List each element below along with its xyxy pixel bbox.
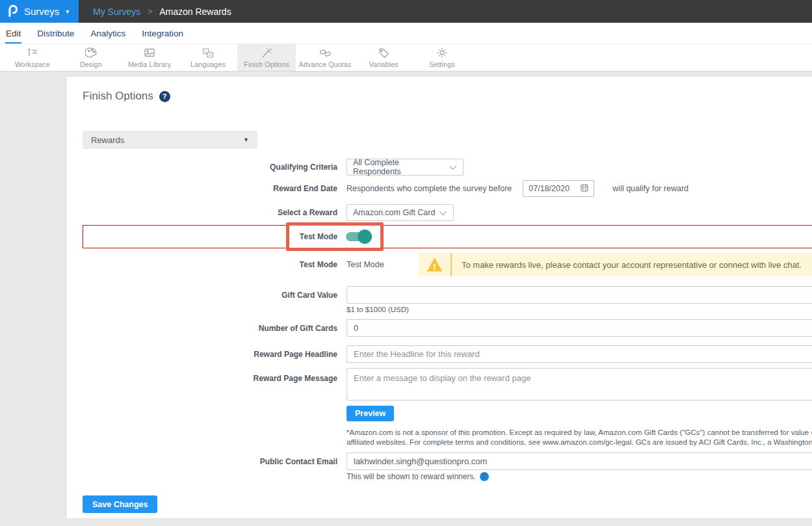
toggle-knob bbox=[358, 230, 372, 244]
tab-analytics[interactable]: Analytics bbox=[90, 25, 126, 44]
number-of-gift-cards-label: Number of Gift Cards bbox=[83, 324, 337, 333]
public-contact-email-input[interactable] bbox=[347, 453, 812, 470]
qualifying-criteria-value: All Complete Respondents bbox=[353, 158, 449, 176]
tab-distribute[interactable]: Distribute bbox=[36, 25, 75, 44]
toolbar-item-media-library[interactable]: Media Library bbox=[120, 44, 179, 71]
select-reward-row: Select a Reward Amazon.com Gift Card bbox=[83, 204, 812, 221]
svg-text:x: x bbox=[205, 49, 207, 53]
number-of-gift-cards-row: Number of Gift Cards bbox=[83, 319, 812, 337]
warning-triangle-icon: ! bbox=[419, 257, 451, 272]
toolbar-item-languages[interactable]: xA Languages bbox=[179, 44, 237, 71]
chevron-down-icon: ▾ bbox=[66, 8, 69, 15]
qualifying-criteria-row: Qualifying Criteria All Complete Respond… bbox=[83, 159, 812, 176]
toolbar-item-settings[interactable]: Settings bbox=[413, 44, 471, 71]
toolbar-item-finish-options[interactable]: Finish Options bbox=[237, 44, 296, 71]
advance-quotas-icon bbox=[319, 47, 332, 59]
reward-page-message-textarea[interactable] bbox=[347, 368, 812, 401]
gift-card-value-label: Gift Card Value bbox=[83, 291, 337, 300]
warning-text: To make rewards live, please contact you… bbox=[462, 260, 802, 270]
svg-text:!: ! bbox=[433, 262, 436, 272]
breadcrumb-my-surveys[interactable]: My Surveys bbox=[93, 7, 140, 17]
variables-icon bbox=[378, 47, 390, 59]
breadcrumb: My Surveys > Amazon Rewards bbox=[93, 0, 231, 23]
finish-options-panel: Finish Options ? Rewards ▼ Qualifying Cr… bbox=[67, 77, 812, 518]
page-title: Finish Options ? bbox=[83, 90, 170, 103]
reward-page-headline-row: Reward Page Headline bbox=[83, 345, 812, 363]
workspace-icon bbox=[26, 47, 39, 59]
reward-page-message-label: Reward Page Message bbox=[83, 368, 337, 383]
amazon-disclaimer: *Amazon.com is not a sponsor of this pro… bbox=[347, 428, 812, 447]
annotation-red-band bbox=[83, 225, 812, 248]
settings-icon bbox=[436, 47, 448, 59]
disclaimer-line-1: *Amazon.com is not a sponsor of this pro… bbox=[347, 428, 812, 438]
toolbar-item-label: Finish Options bbox=[244, 60, 289, 68]
preview-button[interactable]: Preview bbox=[347, 406, 394, 421]
test-mode-status-row: Test Mode Test Mode ! To make rewards li… bbox=[83, 253, 812, 276]
top-header: Surveys ▾ My Surveys > Amazon Rewards bbox=[0, 0, 812, 23]
tab-integration[interactable]: Integration bbox=[141, 25, 184, 44]
gift-card-value-input[interactable] bbox=[347, 286, 812, 304]
warning-divider bbox=[451, 253, 452, 276]
toolbar-item-label: Variables bbox=[369, 60, 399, 68]
number-of-gift-cards-input[interactable] bbox=[347, 319, 812, 337]
email-helper-text: This will be shown to reward winners. bbox=[347, 472, 476, 481]
test-mode-status-label: Test Mode bbox=[83, 260, 337, 269]
caret-down-icon: ▼ bbox=[243, 137, 249, 143]
qualifying-criteria-select[interactable]: All Complete Respondents bbox=[347, 159, 464, 176]
media-library-icon bbox=[143, 47, 156, 59]
chevron-down-icon bbox=[439, 207, 447, 218]
reward-end-date-row: Reward End Date Respondents who complete… bbox=[83, 180, 812, 197]
languages-icon: xA bbox=[202, 47, 215, 59]
breadcrumb-current-survey: Amazon Rewards bbox=[159, 7, 231, 17]
public-contact-email-helper: This will be shown to reward winners. ? bbox=[347, 472, 489, 481]
app-window: Surveys ▾ My Surveys > Amazon Rewards Ed… bbox=[0, 0, 812, 526]
gift-card-value-row: Gift Card Value bbox=[83, 286, 812, 304]
select-reward-value: Amazon.com Gift Card bbox=[353, 208, 435, 217]
public-contact-email-row: Public Contact Email bbox=[83, 453, 812, 470]
chevron-down-icon bbox=[449, 161, 457, 173]
reward-page-headline-input[interactable] bbox=[347, 345, 812, 363]
gift-card-value-helper: $1 to $1000 (USD) bbox=[347, 306, 409, 313]
toolbar-item-label: Settings bbox=[429, 60, 455, 68]
reward-end-date-suffix: will qualify for reward bbox=[612, 184, 688, 193]
rewards-dropdown[interactable]: Rewards ▼ bbox=[83, 131, 257, 149]
edit-toolbar: Workspace Design Media Library xA Langua… bbox=[0, 44, 812, 72]
save-changes-button[interactable]: Save Changes bbox=[83, 495, 157, 513]
public-contact-email-label: Public Contact Email bbox=[83, 457, 337, 466]
page-title-text: Finish Options bbox=[83, 90, 153, 103]
questionpro-logo-icon bbox=[7, 3, 19, 20]
select-reward-label: Select a Reward bbox=[83, 208, 337, 217]
finish-options-icon bbox=[260, 47, 273, 59]
annotation-red-box: Test Mode bbox=[286, 222, 384, 251]
app-menu-label: Surveys bbox=[24, 6, 59, 17]
svg-text:A: A bbox=[209, 53, 211, 57]
qualifying-criteria-label: Qualifying Criteria bbox=[83, 163, 337, 172]
main-tabbar: Edit Distribute Analytics Integration bbox=[0, 23, 812, 44]
help-icon[interactable]: ? bbox=[159, 91, 170, 102]
reward-page-message-row: Reward Page Message bbox=[83, 368, 812, 401]
disclaimer-line-2: affiliated websites. For complete terms … bbox=[347, 438, 812, 447]
test-mode-toggle[interactable] bbox=[346, 232, 370, 241]
select-reward-select[interactable]: Amazon.com Gift Card bbox=[347, 204, 454, 221]
test-mode-warning-banner: ! To make rewards live, please contact y… bbox=[419, 253, 812, 276]
toolbar-item-label: Advance Quotas bbox=[299, 60, 351, 68]
toolbar-item-design[interactable]: Design bbox=[62, 44, 120, 71]
reward-page-headline-label: Reward Page Headline bbox=[83, 350, 337, 359]
toolbar-item-advance-quotas[interactable]: Advance Quotas bbox=[296, 44, 354, 71]
breadcrumb-separator: > bbox=[148, 7, 152, 16]
calendar-icon bbox=[581, 183, 588, 194]
toolbar-item-variables[interactable]: Variables bbox=[354, 44, 413, 71]
test-mode-toggle-label: Test Mode bbox=[300, 232, 337, 241]
tab-edit[interactable]: Edit bbox=[5, 25, 21, 44]
toolbar-item-label: Workspace bbox=[15, 60, 50, 68]
toolbar-item-label: Languages bbox=[190, 60, 226, 68]
surveys-app-menu[interactable]: Surveys ▾ bbox=[0, 0, 79, 23]
rewards-dropdown-value: Rewards bbox=[91, 135, 124, 145]
reward-end-date-label: Reward End Date bbox=[83, 184, 337, 193]
toolbar-item-workspace[interactable]: Workspace bbox=[3, 44, 62, 71]
design-icon bbox=[85, 47, 98, 59]
toolbar-item-label: Design bbox=[80, 60, 102, 68]
reward-end-date-input[interactable]: 07/18/2020 bbox=[523, 180, 594, 197]
reward-end-date-value: 07/18/2020 bbox=[529, 184, 570, 193]
help-icon[interactable]: ? bbox=[480, 472, 489, 481]
